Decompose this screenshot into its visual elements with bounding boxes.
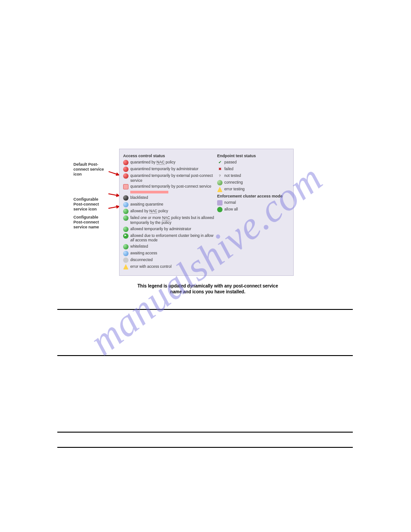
list-item: allowed temporarily by administrator xyxy=(123,227,217,232)
item-label: allowed due to enforcement cluster being… xyxy=(130,233,217,243)
item-label: awaiting access xyxy=(130,251,157,256)
item-label: quarantined temporarily by external post… xyxy=(130,173,217,183)
x-icon xyxy=(217,167,223,172)
list-item: allowed due to enforcement cluster being… xyxy=(123,233,217,243)
arrow-icon xyxy=(108,171,119,176)
legend-right-column: Endpoint test status passed failed not t… xyxy=(217,152,289,271)
question-icon xyxy=(217,173,223,179)
warning-icon xyxy=(123,264,128,270)
allowed-icon xyxy=(123,215,128,221)
list-item: passed xyxy=(217,160,289,165)
blacklist-icon xyxy=(123,195,128,201)
list-item: not tested xyxy=(217,173,289,179)
list-item: awaiting access xyxy=(123,251,217,256)
arrow-icon xyxy=(108,193,120,196)
check-icon xyxy=(217,160,223,165)
item-label: allowed by NAC policy xyxy=(130,209,168,214)
item-label: not tested xyxy=(224,173,241,178)
item-label: error testing xyxy=(224,187,244,192)
enforcement-header: Enforcement cluster access mode xyxy=(217,194,289,198)
list-item: whitelisted xyxy=(123,244,217,249)
allowed-arrow-icon xyxy=(123,233,128,239)
list-item: quarantined temporarily by administrator xyxy=(123,167,217,172)
quarantine-config-icon xyxy=(123,184,128,189)
item-label: error with access control xyxy=(130,264,171,269)
access-control-header: Access control status xyxy=(123,154,217,158)
allowed-icon xyxy=(123,209,128,214)
list-item: awaiting quarantine xyxy=(123,202,217,207)
highlight-bar xyxy=(130,191,168,193)
item-label: blacklisted xyxy=(130,195,148,200)
whitelist-icon xyxy=(123,244,128,249)
item-label: whitelisted xyxy=(130,244,148,249)
list-item: error testing xyxy=(217,187,289,192)
list-item: quarantined temporarily by external post… xyxy=(123,173,217,183)
item-label: failed one or more NAC policy tests but … xyxy=(130,215,217,225)
list-item: blacklisted xyxy=(123,195,217,201)
figure-caption: This legend is updated dynamically with … xyxy=(132,283,284,295)
divider xyxy=(57,355,353,356)
item-label: disconnected xyxy=(130,257,153,262)
endpoint-test-header: Endpoint test status xyxy=(217,154,289,158)
disconnect-icon xyxy=(123,257,128,263)
normal-mode-icon xyxy=(217,200,223,206)
callout-config-icon: Configurable Post-connect service icon xyxy=(73,197,109,211)
clock-icon xyxy=(123,202,128,207)
list-item: normal xyxy=(217,200,289,206)
divider xyxy=(57,447,353,448)
item-label: awaiting quarantine xyxy=(130,202,163,207)
quarantine-icon xyxy=(123,167,128,172)
item-label: passed xyxy=(224,160,236,165)
item-label: quarantined temporarily by post-connect … xyxy=(130,184,211,189)
list-item: disconnected xyxy=(123,257,217,263)
item-label: connecting xyxy=(224,180,243,185)
divider xyxy=(57,432,353,433)
item-label: normal xyxy=(224,200,236,205)
arrow-icon xyxy=(108,206,120,209)
sync-icon xyxy=(217,180,223,185)
callout-config-name: Configurable Post-connect service name xyxy=(73,215,109,229)
list-item: allow all xyxy=(217,207,289,212)
item-label: failed xyxy=(224,167,233,172)
list-item: quarantined temporarily by post-connect … xyxy=(123,184,217,189)
quarantine-icon xyxy=(123,160,128,165)
item-label: allowed temporarily by administrator xyxy=(130,227,191,232)
legend-left-column: Access control status quarantined by NAC… xyxy=(123,152,217,271)
list-item: failed one or more NAC policy tests but … xyxy=(123,215,217,225)
item-label: allow all xyxy=(224,207,238,212)
list-item: failed xyxy=(217,167,289,172)
list-item: allowed by NAC policy xyxy=(123,209,217,214)
callout-default-icon: Default Post-connect service icon xyxy=(73,162,109,176)
item-label: quarantined temporarily by administrator xyxy=(130,167,198,172)
list-item: error with access control xyxy=(123,264,217,270)
list-item: quarantined by NAC policy xyxy=(123,160,217,165)
quarantine-icon xyxy=(123,173,128,179)
list-item: connecting xyxy=(217,180,289,185)
item-label: quarantined by NAC policy xyxy=(130,160,176,165)
allow-all-icon xyxy=(217,207,223,212)
allowed-icon xyxy=(123,227,128,232)
legend-panel: Access control status quarantined by NAC… xyxy=(119,149,294,276)
clock-icon xyxy=(123,251,128,256)
divider xyxy=(57,309,353,310)
warning-icon xyxy=(217,187,223,192)
